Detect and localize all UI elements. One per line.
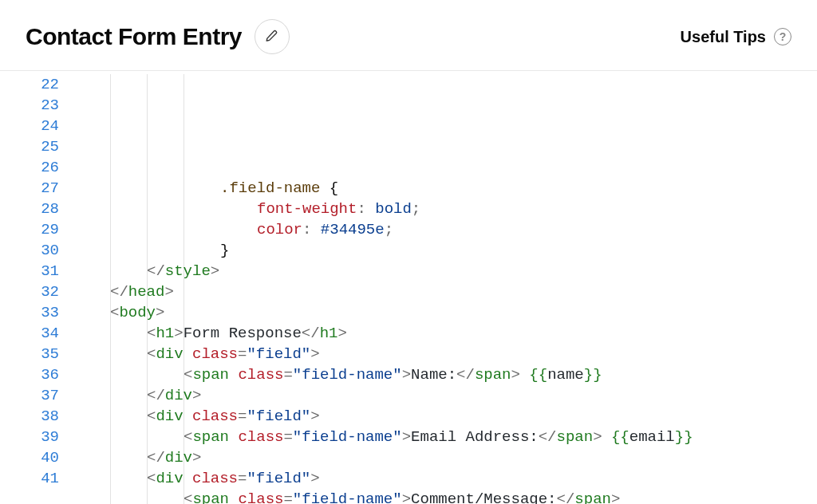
useful-tips-link[interactable]: Useful Tips bbox=[681, 28, 766, 46]
line-number: 27 bbox=[0, 178, 59, 199]
token-punct: = bbox=[283, 428, 292, 446]
line-number: 31 bbox=[0, 261, 59, 282]
token-str: "field-name" bbox=[293, 366, 402, 384]
code-line[interactable]: </style> bbox=[73, 261, 817, 282]
code-content[interactable]: .field-name {font-weight: bold;color: #3… bbox=[73, 74, 817, 504]
token-value: bold bbox=[375, 200, 412, 218]
token-punct: </ bbox=[456, 366, 475, 384]
token-prop: font-weight bbox=[257, 200, 357, 218]
token-punct: > bbox=[164, 283, 173, 301]
code-line[interactable]: </head> bbox=[73, 282, 817, 302]
token-tag: div bbox=[165, 387, 192, 404]
token-tag: body bbox=[119, 304, 156, 321]
code-line[interactable]: <div class="field"> bbox=[73, 406, 817, 427]
code-line[interactable]: .field-name { bbox=[73, 178, 817, 199]
token-punct: </ bbox=[557, 490, 575, 504]
line-number: 41 bbox=[0, 468, 59, 489]
token-tag: div bbox=[156, 470, 192, 487]
token-text: email bbox=[630, 428, 675, 446]
token-punct: < bbox=[184, 366, 192, 384]
line-number: 37 bbox=[0, 385, 59, 406]
token-attr: class bbox=[192, 408, 238, 425]
token-punct: < bbox=[147, 345, 156, 363]
line-number: 38 bbox=[0, 406, 59, 427]
token-tag: h1 bbox=[320, 325, 338, 342]
code-line[interactable]: } bbox=[73, 240, 817, 261]
token-tag: div bbox=[156, 408, 192, 425]
code-line[interactable]: <span class="field-name">Name:</span> {{… bbox=[73, 364, 817, 385]
code-editor[interactable]: 2223242526272829303132333435363738394041… bbox=[0, 71, 817, 504]
token-punct: > bbox=[156, 304, 164, 321]
line-number: 32 bbox=[0, 282, 59, 302]
token-tag: div bbox=[156, 345, 192, 363]
token-punct: > bbox=[310, 470, 319, 487]
token-prop: color bbox=[257, 221, 302, 238]
code-line[interactable]: <div class="field"> bbox=[73, 468, 817, 489]
line-number: 40 bbox=[0, 447, 59, 468]
code-line[interactable]: <body> bbox=[73, 302, 817, 323]
token-punct: : bbox=[302, 221, 321, 238]
question-circle-icon[interactable]: ? bbox=[774, 28, 791, 45]
code-line[interactable]: font-weight: bold; bbox=[73, 199, 817, 219]
token-tag: span bbox=[475, 366, 511, 384]
token-text: Form Response bbox=[184, 325, 302, 342]
token-attr: class bbox=[192, 345, 238, 363]
token-curly: { bbox=[330, 179, 338, 197]
line-number-gutter: 2223242526272829303132333435363738394041 bbox=[0, 74, 73, 504]
token-text: Name: bbox=[411, 366, 456, 384]
code-line[interactable]: </div> bbox=[73, 385, 817, 406]
line-number: 39 bbox=[0, 427, 59, 447]
token-tag: head bbox=[128, 283, 165, 301]
token-punct: : bbox=[357, 200, 375, 218]
token-punct: = bbox=[238, 345, 247, 363]
token-punct: < bbox=[147, 470, 156, 487]
code-line[interactable]: <h1>Form Response</h1> bbox=[73, 323, 817, 344]
token-punct: > bbox=[310, 408, 319, 425]
token-punct: = bbox=[238, 408, 247, 425]
token-attr: class bbox=[238, 366, 283, 384]
token-str: "field" bbox=[247, 408, 310, 425]
token-tag: span bbox=[574, 490, 611, 504]
header-right: Useful Tips ? bbox=[681, 28, 791, 46]
header-left: Contact Form Entry bbox=[26, 19, 290, 54]
code-line[interactable]: <span class="field-name">Comment/Message… bbox=[73, 489, 817, 504]
line-number: 24 bbox=[0, 116, 59, 136]
token-punct: = bbox=[283, 490, 292, 504]
token-str: "field" bbox=[247, 345, 310, 363]
token-tag: span bbox=[192, 428, 238, 446]
token-tag: h1 bbox=[156, 325, 174, 342]
token-mustache: }} bbox=[675, 428, 693, 446]
token-text: Email Address: bbox=[411, 428, 539, 446]
line-number: 26 bbox=[0, 157, 59, 178]
code-line[interactable]: <div class="field"> bbox=[73, 344, 817, 364]
token-tag: span bbox=[192, 366, 238, 384]
token-punct: = bbox=[238, 470, 247, 487]
line-number: 29 bbox=[0, 219, 59, 240]
line-number: 33 bbox=[0, 302, 59, 323]
token-str: "field-name" bbox=[293, 490, 402, 504]
token-curly: } bbox=[220, 242, 229, 259]
token-str: "field-name" bbox=[293, 428, 402, 446]
token-punct: </ bbox=[147, 449, 165, 467]
token-punct: > bbox=[174, 325, 183, 342]
token-punct: </ bbox=[110, 283, 128, 301]
token-tag: style bbox=[165, 262, 211, 280]
token-punct: > bbox=[511, 366, 530, 384]
edit-title-button[interactable] bbox=[255, 19, 290, 54]
token-punct: > bbox=[402, 428, 411, 446]
token-punct: > bbox=[211, 262, 219, 280]
code-line[interactable]: <span class="field-name">Email Address:<… bbox=[73, 427, 817, 447]
code-line[interactable]: color: #34495e; bbox=[73, 219, 817, 240]
token-value: #34495e bbox=[321, 221, 385, 238]
code-line[interactable]: </div> bbox=[73, 447, 817, 468]
token-selector: .field-name bbox=[220, 179, 330, 197]
token-punct: < bbox=[110, 304, 119, 321]
token-punct: </ bbox=[147, 262, 165, 280]
page-title: Contact Form Entry bbox=[26, 23, 242, 50]
token-str: "field" bbox=[247, 470, 310, 487]
page-header: Contact Form Entry Useful Tips ? bbox=[0, 0, 817, 71]
token-punct: < bbox=[147, 408, 156, 425]
token-mustache: {{ bbox=[529, 366, 547, 384]
token-punct: > bbox=[192, 449, 201, 467]
token-attr: class bbox=[238, 428, 283, 446]
